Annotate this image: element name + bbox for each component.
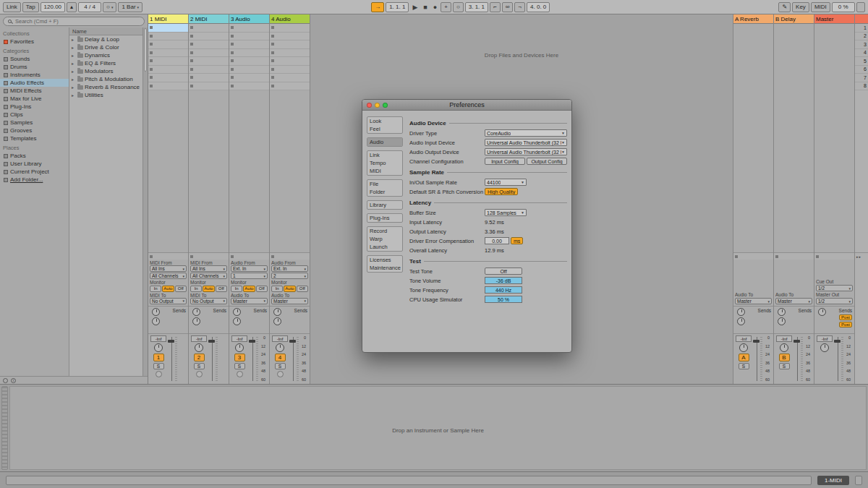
input-type-chooser[interactable]: All Ins▾ bbox=[150, 265, 187, 272]
sidebar-item-sounds[interactable]: Sounds bbox=[0, 55, 69, 63]
volume-fader[interactable] bbox=[793, 335, 800, 382]
input-config-button[interactable]: Input Config bbox=[485, 158, 525, 165]
clip-slot[interactable] bbox=[270, 49, 310, 58]
arrangement-position-display[interactable]: 1. 1. 1 bbox=[386, 2, 409, 12]
monitor-off-button[interactable]: Off bbox=[297, 286, 308, 292]
preferences-titlebar[interactable]: Preferences bbox=[362, 100, 571, 111]
volume-display[interactable]: -Inf bbox=[272, 335, 288, 342]
record-button[interactable]: ● bbox=[431, 4, 439, 11]
clip-slot[interactable] bbox=[189, 33, 229, 41]
punch-out-button[interactable]: ¬ bbox=[514, 2, 525, 12]
folder-list-header[interactable]: Name bbox=[69, 27, 142, 35]
clip-slot[interactable] bbox=[229, 40, 269, 49]
scene-slot-7[interactable]: 7 bbox=[855, 74, 868, 82]
clip-slot[interactable] bbox=[270, 40, 310, 49]
driver-error-compensation-input[interactable]: 0.00 bbox=[485, 237, 509, 244]
device-drop-area[interactable]: Drop an Instrument or Sample Here bbox=[9, 386, 867, 470]
hotswap-icon[interactable] bbox=[3, 378, 8, 383]
clip-slot[interactable] bbox=[148, 66, 188, 74]
sidebar-item-user-library[interactable]: User Library bbox=[0, 160, 69, 168]
prefs-tab-look[interactable]: Look bbox=[367, 117, 402, 125]
link-button[interactable]: Link bbox=[3, 2, 21, 12]
key-map-button[interactable]: Key bbox=[792, 2, 809, 12]
in-out-sample-rate-dropdown[interactable]: 44100▼ bbox=[485, 179, 527, 186]
post-toggle-a[interactable]: Post bbox=[839, 314, 852, 320]
volume-display[interactable]: -Inf bbox=[150, 335, 166, 342]
fader-thumb[interactable] bbox=[168, 340, 174, 343]
clip-slot[interactable] bbox=[189, 57, 229, 66]
track-activator[interactable]: A bbox=[739, 354, 749, 361]
cpu-usage-simulator-slider[interactable]: 50 % bbox=[485, 296, 522, 303]
send-a-knob[interactable] bbox=[192, 308, 200, 316]
monitor-in-button[interactable]: In bbox=[231, 286, 242, 292]
clip-slot[interactable] bbox=[148, 49, 188, 58]
fader-thumb[interactable] bbox=[208, 340, 215, 343]
volume-fader[interactable] bbox=[208, 335, 215, 382]
clip-stop-button-row[interactable] bbox=[733, 252, 773, 260]
prefs-tab-maintenance[interactable]: Maintenance bbox=[367, 264, 402, 272]
tone-frequency-slider[interactable]: 440 Hz bbox=[485, 286, 522, 294]
volume-display[interactable]: -Inf bbox=[191, 335, 207, 342]
ms-badge[interactable]: ms bbox=[511, 237, 523, 244]
clip-slot[interactable] bbox=[148, 33, 188, 41]
send-a-knob[interactable] bbox=[273, 308, 281, 316]
prefs-tab-feel[interactable]: Feel bbox=[367, 125, 402, 133]
clip-slot[interactable] bbox=[229, 66, 269, 74]
sidebar-item-max-for-live[interactable]: Max for Live bbox=[0, 95, 69, 103]
quantization-menu[interactable]: 1 Bar▾ bbox=[118, 2, 142, 12]
track-activator[interactable]: 2 bbox=[194, 354, 205, 361]
clip-slot[interactable] bbox=[148, 82, 188, 91]
volume-display[interactable]: -Inf bbox=[817, 335, 833, 342]
send-a-knob[interactable] bbox=[778, 308, 786, 316]
output-type-chooser[interactable]: Master▾ bbox=[775, 298, 812, 304]
send-b-knob[interactable] bbox=[778, 317, 786, 325]
automation-arm-button[interactable]: ○ bbox=[453, 2, 464, 12]
solo-button[interactable]: S bbox=[234, 363, 245, 369]
driver-type-dropdown[interactable]: CoreAudio▼ bbox=[485, 129, 567, 137]
scene-slot-6[interactable]: 6 bbox=[855, 66, 868, 74]
clip-slot[interactable] bbox=[270, 57, 310, 66]
input-type-chooser[interactable]: Ext. In▾ bbox=[231, 265, 268, 272]
scene-slot-3[interactable]: 3 bbox=[855, 40, 868, 49]
prefs-tab-midi[interactable]: MIDI bbox=[367, 167, 402, 175]
clip-slot[interactable] bbox=[229, 33, 269, 41]
folder-item-drive-color[interactable]: ▸Drive & Color bbox=[69, 43, 142, 51]
solo-button[interactable]: S bbox=[779, 363, 790, 369]
zoom-window-button[interactable] bbox=[383, 103, 388, 108]
groove-amount-button[interactable]: ○▾ bbox=[103, 2, 116, 12]
prefs-tab-plug-ins[interactable]: Plug-Ins bbox=[367, 214, 402, 222]
clip-slot[interactable] bbox=[270, 74, 310, 82]
arm-button[interactable] bbox=[237, 371, 243, 377]
input-type-chooser[interactable]: Ext. In▾ bbox=[271, 265, 308, 272]
stop-all-clips-row[interactable] bbox=[814, 252, 854, 260]
tempo-display[interactable]: 120.00 bbox=[41, 2, 65, 12]
folder-item-utilities[interactable]: ▸Utilities bbox=[69, 91, 142, 99]
track-header[interactable]: B Delay bbox=[774, 14, 814, 24]
pan-knob[interactable] bbox=[276, 343, 284, 352]
solo-button[interactable]: S bbox=[275, 363, 286, 369]
sidebar-item-midi-effects[interactable]: MIDI Effects bbox=[0, 87, 69, 95]
volume-fader[interactable] bbox=[834, 335, 841, 382]
play-button[interactable]: ▶ bbox=[410, 4, 420, 11]
scene-slot-4[interactable]: 4 bbox=[855, 49, 868, 58]
send-b-knob[interactable] bbox=[737, 317, 745, 325]
solo-button[interactable]: S bbox=[153, 363, 164, 369]
audio-output-device-dropdown[interactable]: Universal Audio Thunderbolt (32 In, 36▼ bbox=[485, 148, 567, 155]
clip-slot[interactable] bbox=[270, 66, 310, 74]
arm-button[interactable] bbox=[196, 371, 203, 377]
audio-input-device-dropdown[interactable]: Universal Audio Thunderbolt (32 In, 36▼ bbox=[485, 139, 567, 146]
info-icon[interactable]: i bbox=[11, 378, 16, 383]
sidebar-item-favorites[interactable]: Favorites bbox=[0, 38, 69, 46]
monitor-in-button[interactable]: In bbox=[150, 286, 161, 292]
scene-slot-5[interactable]: 5 bbox=[855, 57, 868, 66]
monitor-off-button[interactable]: Off bbox=[175, 286, 187, 292]
device-view-handle[interactable] bbox=[1, 386, 8, 470]
volume-fader[interactable] bbox=[168, 335, 174, 382]
output-type-chooser[interactable]: Master▾ bbox=[271, 298, 308, 304]
fader-thumb[interactable] bbox=[289, 340, 296, 343]
pan-knob[interactable] bbox=[154, 343, 163, 352]
tone-volume-slider[interactable]: -36 dB bbox=[485, 277, 522, 284]
prefs-tab-launch[interactable]: Launch bbox=[367, 243, 402, 251]
folder-item-delay-loop[interactable]: ▸Delay & Loop bbox=[69, 35, 142, 43]
send-b-knob[interactable] bbox=[273, 317, 281, 325]
